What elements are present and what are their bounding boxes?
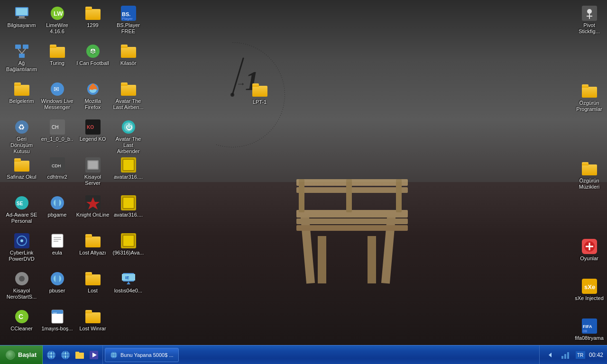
kisayolserver-label: Kisayol Server: [76, 174, 110, 186]
svg-rect-60: [55, 199, 59, 207]
desktop-icon-avatar2[interactable]: ⏻ Avatar The Last Airbender: [110, 118, 146, 155]
network-icon: [14, 44, 29, 59]
kisayolserver-icon: [85, 157, 101, 173]
ql-ie1[interactable]: [45, 348, 58, 362]
desktop-icon-ccleaner[interactable]: C CCleaner: [4, 307, 39, 345]
kilasör-label: Kilasör: [120, 60, 137, 66]
desktop-icon-lost[interactable]: Lost: [75, 269, 110, 307]
desktop-icon-ag[interactable]: Ağ Bağlantılarım: [4, 42, 39, 80]
desktop-icon-lostaltyazi[interactable]: Lost Altyazı: [75, 231, 110, 269]
svg-rect-53: [88, 161, 98, 169]
svg-text:KO: KO: [87, 125, 94, 130]
ql-folder[interactable]: [73, 348, 86, 362]
bsplayer-icon: BS. Player: [121, 6, 136, 21]
svg-rect-21: [18, 18, 26, 19]
svg-text:FIFA: FIFA: [583, 324, 592, 329]
ql-ie2[interactable]: [59, 348, 72, 362]
desktop-icon-wlm[interactable]: ✉ Windows Live Messenger: [39, 80, 75, 118]
svg-text:CH: CH: [52, 125, 58, 130]
desktop-icon-ozgurun-muz[interactable]: Özgürün Müzikleri: [571, 159, 607, 197]
desktop-icon-knightonline[interactable]: Knight OnLine: [75, 193, 110, 231]
desktop-icon-pbgame[interactable]: pbgame: [39, 193, 75, 231]
oyunlar-icon: [582, 239, 597, 254]
systray-network[interactable]: [559, 348, 572, 362]
icanfootball-label: I Can Football: [76, 60, 109, 66]
svg-line-30: [18, 49, 22, 54]
pbuser-icon: [50, 271, 65, 286]
desktop-icon-belgelerim[interactable]: Belgelerim: [4, 80, 39, 118]
desktop-icon-cyberdvd[interactable]: CyberLink PowerDVD: [4, 231, 39, 269]
start-label: Başlat: [18, 351, 37, 358]
desktop-icon-ozgurun-prog[interactable]: Özgürün Programlar: [571, 82, 607, 119]
desktop-icon-turing[interactable]: Turing: [39, 42, 75, 80]
sxe-label: sXe Injected: [575, 295, 604, 301]
start-button[interactable]: Başlat: [0, 346, 43, 364]
svg-text:♻: ♻: [18, 123, 25, 131]
pivot-icon: [582, 6, 597, 21]
ql-media[interactable]: [87, 348, 101, 362]
svg-text:LW: LW: [54, 10, 63, 17]
desktop-icon-kilasör[interactable]: Kilasör: [110, 42, 146, 80]
desktop-icon-bsplayer[interactable]: BS. Player BS.Player FREE: [110, 4, 146, 42]
desktop-icon-safinaz[interactable]: Safinaz Okul: [4, 155, 39, 193]
firefox-icon: [85, 82, 101, 97]
ccleaner-icon: C: [14, 309, 29, 324]
desktop-icon-adaware[interactable]: SE Ad-Aware SE Personal: [4, 193, 39, 231]
desktop-icon-avatar316-2[interactable]: avatar316....: [110, 193, 146, 231]
desktop-icon-avatar1[interactable]: Avatar The Last Airben...: [110, 80, 146, 118]
folder-avatar1-icon: [121, 82, 136, 97]
en100b-icon: CH: [50, 119, 65, 135]
desktop-icon-limewire[interactable]: LW LimeWire 4.16.6: [39, 4, 75, 42]
desktop-icon-1mayis[interactable]: W 1mayıs-boş...: [39, 307, 75, 345]
taskbar-systray: TR 00:42: [539, 346, 607, 364]
desktop-icon-lostis04e0[interactable]: IE lostıs04e0...: [110, 269, 146, 307]
folder-ozgurun-muz-icon: [582, 161, 597, 176]
folder-lostwinrar-icon: [85, 309, 101, 324]
svg-text:SE: SE: [17, 201, 23, 206]
ozgurun-prog-label: Özgürün Programlar: [573, 100, 606, 112]
cyberdvd-icon: [14, 233, 29, 248]
en100b-label: en_1_0_0_b...: [41, 136, 74, 148]
desktop-icon-eula[interactable]: eula: [39, 231, 75, 269]
desktop-icon-geri[interactable]: ♻ Geri Dönüşüm Kutusu: [4, 118, 39, 155]
desktop-icon-firefox[interactable]: Mozilla Firefox: [75, 80, 110, 118]
svg-point-88: [587, 9, 592, 14]
desktop-icon-96316ava[interactable]: (96316)Ava...: [110, 231, 146, 269]
desktop-icon-icanfootball[interactable]: I Can Football: [75, 42, 110, 80]
lostwinrar-label: Lost Winrar: [79, 326, 106, 332]
desktop-icon-pbuser[interactable]: pbuser: [39, 269, 75, 307]
desktop-icon-lpt1[interactable]: LPT-1: [242, 81, 277, 118]
svg-rect-119: [561, 356, 563, 359]
geri-label: Geri Dönüşüm Kutusu: [5, 136, 38, 155]
desktop: . . . . . . . . . . . . . . . . . . . . …: [0, 0, 607, 364]
desktop-icon-bilgisayarim[interactable]: Bilgisayarım: [4, 4, 39, 42]
folder-kilasör-icon: [121, 44, 136, 59]
1299-label: 1299: [87, 22, 98, 28]
desktop-icon-en100b[interactable]: CH en_1_0_0_b...: [39, 118, 75, 155]
desktop-icon-cdhtrnv2[interactable]: CDH cdhtrnv2: [39, 155, 75, 193]
desktop-icon-legendko[interactable]: KO Legend KO: [75, 118, 110, 155]
safinaz-label: Safinaz Okul: [7, 174, 36, 180]
desktop-icon-lostwinrar[interactable]: Lost Winrar: [75, 307, 110, 345]
lostaltyazi-label: Lost Altyazı: [79, 250, 106, 256]
avatar316-1-icon: [121, 157, 136, 173]
eula-icon: [50, 233, 65, 248]
desktop-icon-oyunlar[interactable]: Oyunlar: [571, 237, 607, 275]
desktop-icon-1299[interactable]: 1299: [75, 4, 110, 42]
desktop-icon-kisayolserver[interactable]: Kisayol Server: [75, 155, 110, 193]
computer-icon: [14, 6, 29, 21]
desktop-icon-avatar316-1[interactable]: avatar316....: [110, 155, 146, 193]
adaware-label: Ad-Aware SE Personal: [5, 212, 38, 224]
desktop-icon-kisayolnero[interactable]: Kisayol NeroStartS...: [4, 269, 39, 307]
systray-time: 00:42: [589, 352, 603, 358]
svg-text:IE: IE: [125, 275, 129, 280]
svg-text:Player: Player: [122, 17, 133, 21]
desktop-icon-pivot[interactable]: Pivot Stickfig...: [571, 4, 607, 42]
systray-arrow-left[interactable]: [543, 348, 557, 362]
folder-1299-icon: [85, 6, 101, 21]
desktop-icon-sxe[interactable]: sXe sXe Injected: [571, 277, 607, 315]
taskbar-task-1[interactable]: Bunu Yapana 5000$ ...: [105, 348, 179, 362]
cyberdvd-label: CyberLink PowerDVD: [5, 250, 38, 262]
systray-lang[interactable]: TR: [574, 348, 587, 362]
ag-label: Ağ Bağlantılarım: [5, 60, 38, 73]
